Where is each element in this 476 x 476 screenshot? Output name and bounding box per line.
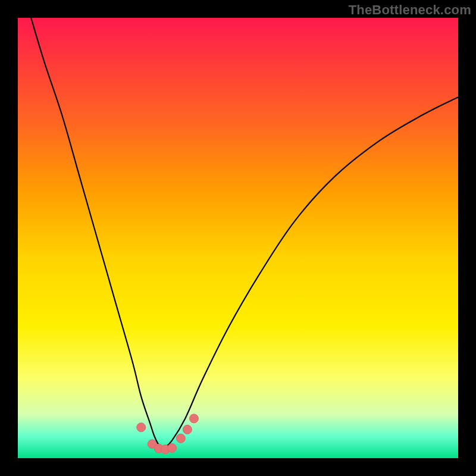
- valley-marker: [190, 414, 199, 423]
- watermark-text: TheBottleneck.com: [349, 2, 471, 18]
- valley-marker: [168, 443, 177, 452]
- valley-marker: [183, 425, 192, 434]
- curve-layer: [18, 18, 458, 458]
- chart-frame: TheBottleneck.com: [0, 0, 476, 476]
- plot-area: [18, 18, 458, 458]
- bottleneck-curve-left: [31, 18, 163, 449]
- valley-markers: [137, 414, 199, 454]
- valley-marker: [137, 423, 146, 432]
- bottleneck-curve-right: [163, 97, 458, 449]
- valley-marker: [176, 434, 185, 443]
